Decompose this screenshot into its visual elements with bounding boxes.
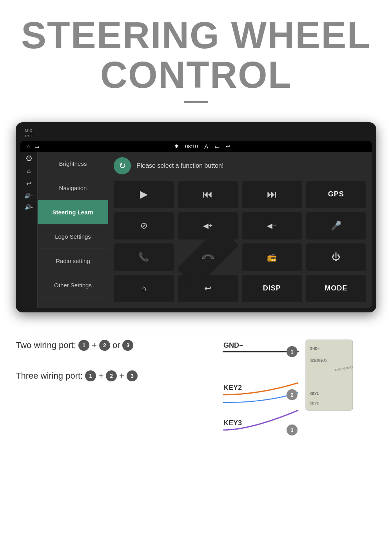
disp-button[interactable]: DISP <box>242 275 302 302</box>
status-bar: ⌂ ▭ ✱ 08:10 ⋀ ▭ ↩ <box>20 141 372 152</box>
title-divider <box>184 101 208 103</box>
wiring-text-col: Two wiring port: 1 + 2 or 3 Three wiring… <box>16 332 220 401</box>
mic-button[interactable]: 🎤 <box>306 212 367 239</box>
gps-button[interactable]: GPS <box>306 181 367 208</box>
signal-icon: ⋀ <box>204 143 209 149</box>
home-control-button[interactable]: ⌂ <box>114 275 174 302</box>
vol-down-btn[interactable]: 🔊- <box>25 204 33 210</box>
svg-text:3: 3 <box>290 427 293 433</box>
content-panel: ↻ Please select a function button! ▶ ⏮ ⏭… <box>108 152 372 308</box>
two-port-line: Two wiring port: 1 + 2 or 3 <box>16 340 220 351</box>
rst-label: RST <box>25 134 33 138</box>
device-outer: MIC RST ⌂ ▭ ✱ 08:10 ⋀ ▭ ↩ <box>16 122 376 312</box>
refresh-button[interactable]: ↻ <box>114 157 131 174</box>
status-left: ⌂ ▭ <box>27 143 39 149</box>
play-button[interactable]: ▶ <box>114 181 174 208</box>
status-center: ✱ 08:10 ⋀ ▭ ↩ <box>174 143 230 149</box>
mute-button[interactable]: ⊘ <box>114 212 174 239</box>
circle-1-two: 1 <box>78 340 89 351</box>
device-section: MIC RST ⌂ ▭ ✱ 08:10 ⋀ ▭ ↩ <box>0 122 392 324</box>
power-btn[interactable]: ⏻ <box>26 155 32 162</box>
title-line1: STEERING WHEEL <box>21 14 371 56</box>
svg-text:GND−: GND− <box>223 341 243 349</box>
svg-text:CAR AOTAO: CAR AOTAO <box>335 365 353 372</box>
battery-icon: ▭ <box>215 143 220 149</box>
back-nav-icon[interactable]: ↩ <box>226 143 230 149</box>
back-btn[interactable]: ↩ <box>26 180 31 187</box>
menu-brightness[interactable]: Brightness <box>38 152 108 176</box>
svg-point-9 <box>287 389 298 400</box>
menu-other-settings[interactable]: Other Settings <box>38 273 108 297</box>
content-prompt: Please select a function button! <box>136 162 223 169</box>
svg-text:KEY3: KEY3 <box>223 419 242 427</box>
svg-text:KEY2: KEY2 <box>223 384 242 392</box>
left-buttons: ⏻ ⌂ ↩ 🔊+ 🔊- <box>20 152 38 308</box>
mic-label: MIC <box>25 129 33 132</box>
main-title: STEERING WHEEL CONTROL <box>8 16 384 95</box>
svg-text:电源负极线: 电源负极线 <box>310 358 327 362</box>
status-time: 08:10 <box>185 143 198 149</box>
radio-button[interactable]: 📻 <box>242 243 302 271</box>
wiring-section: Two wiring port: 1 + 2 or 3 Three wiring… <box>0 324 392 469</box>
three-port-line: Three wiring port: 1 + 2 + 3 <box>16 370 220 381</box>
svg-text:KEY2: KEY2 <box>310 401 319 405</box>
title-line2: CONTROL <box>100 54 292 96</box>
svg-text:GND−: GND− <box>310 346 319 350</box>
circle-1-three: 1 <box>85 370 96 381</box>
svg-point-1 <box>287 346 298 357</box>
screen-main: ⏻ ⌂ ↩ 🔊+ 🔊- Brightness Navigation Steeri… <box>20 152 372 308</box>
circle-2-two: 2 <box>99 340 110 351</box>
call-button[interactable]: 📞 <box>114 243 174 271</box>
svg-text:1: 1 <box>290 349 293 355</box>
menu-logo-settings[interactable]: Logo Settings <box>38 225 108 249</box>
power-control-button[interactable]: ⏻ <box>306 243 367 271</box>
device-screen: ⌂ ▭ ✱ 08:10 ⋀ ▭ ↩ ⏻ ⌂ ↩ <box>20 141 372 308</box>
menu-panel: Brightness Navigation Steering Learn Log… <box>38 152 108 308</box>
three-port-label: Three wiring port: <box>16 371 83 381</box>
two-port-label: Two wiring port: <box>16 340 76 350</box>
header-section: STEERING WHEEL CONTROL <box>0 0 392 122</box>
mode-button[interactable]: MODE <box>306 275 367 302</box>
content-header: ↻ Please select a function button! <box>114 157 366 174</box>
svg-text:2: 2 <box>290 392 293 398</box>
vol-down-button[interactable]: ◀− <box>242 212 302 239</box>
svg-rect-3 <box>306 340 353 410</box>
menu-steering-learn[interactable]: Steering Learn <box>38 200 108 225</box>
device-labels: MIC RST <box>25 129 33 138</box>
prev-button[interactable]: ⏮ <box>178 181 238 208</box>
control-grid: ▶ ⏮ ⏭ GPS ⊘ ◀+ ◀− 🎤 📞 📞 📻 ⏻ <box>114 181 366 302</box>
menu-navigation[interactable]: Navigation <box>38 176 108 200</box>
window-icon[interactable]: ▭ <box>34 143 39 149</box>
home-icon[interactable]: ⌂ <box>27 143 30 149</box>
next-button[interactable]: ⏭ <box>242 181 302 208</box>
circle-3-two: 3 <box>122 340 133 351</box>
menu-radio-setting[interactable]: Radio setting <box>38 249 108 273</box>
bluetooth-icon: ✱ <box>174 143 179 149</box>
home-btn[interactable]: ⌂ <box>27 167 31 174</box>
circle-3-three: 3 <box>127 370 138 381</box>
wiring-diagram: 1 GND− 电源负极线 CAR AOTAO KEY1 KEY2 2 3 GND… <box>220 332 376 457</box>
svg-point-11 <box>287 424 298 435</box>
device-top-bar: MIC RST <box>20 127 372 141</box>
vol-up-btn[interactable]: 🔊+ <box>24 193 34 199</box>
svg-text:KEY1: KEY1 <box>310 392 319 395</box>
circle-2-three: 2 <box>106 370 117 381</box>
